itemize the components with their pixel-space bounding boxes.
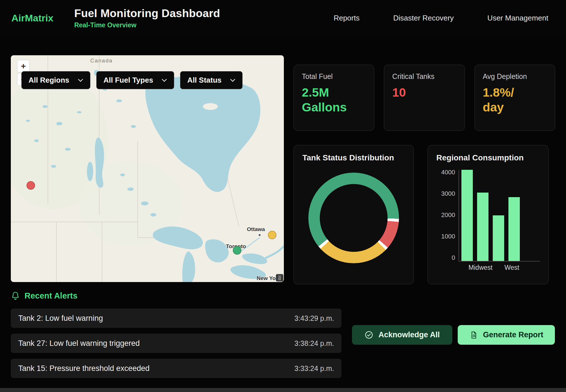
grid-dots-icon: ⣿ [278,275,281,280]
chevron-down-icon [162,79,167,82]
stat-card-total-fuel: Total Fuel 2.5MGallons [294,65,374,131]
bell-icon [11,291,20,301]
tank-map[interactable]: + − All Regions All Fuel Types All Statu… [11,55,284,282]
x-tick [490,264,502,271]
regions-filter-value: All Regions [28,76,69,85]
chart-title: Tank Status Distribution [302,153,405,162]
chevron-down-icon [78,79,83,82]
y-axis: 4000 3000 2000 1000 0 [436,170,459,262]
nav-item-reports[interactable]: Reports [334,14,360,23]
alert-timestamp: 3:43:29 p.m. [294,314,334,322]
consumption-bar [508,197,520,261]
regional-consumption-card: Regional Consumption 4000 3000 2000 1000… [427,145,549,284]
stat-value: 10 [392,85,456,100]
main-nav: Reports Disaster Recovery User Managemen… [334,14,548,23]
stat-label: Critical Tanks [392,72,456,81]
map-label-canada: Canada [90,58,113,64]
stat-label: Avg Depletion [483,72,547,81]
alert-timestamp: 3:38:24 p.m. [294,339,334,348]
document-icon [469,331,478,339]
generate-report-button[interactable]: Generate Report [458,325,555,345]
tank-marker-warning[interactable] [268,231,276,239]
status-filter-dropdown[interactable]: All Status [180,71,243,89]
tank-marker-critical[interactable] [27,181,35,190]
title-block: Fuel Monitoring Dashboard Real-Time Over… [74,7,220,29]
alerts-title: Recent Alerts [25,291,78,301]
alert-row[interactable]: Tank 2: Low fuel warning 3:43:29 p.m. [11,309,341,328]
plot-area [459,170,540,262]
page-title: Fuel Monitoring Dashboard [74,7,220,20]
nav-item-disaster-recovery[interactable]: Disaster Recovery [393,14,454,23]
footer-bar [0,388,566,392]
regional-consumption-bar-chart[interactable]: 4000 3000 2000 1000 0 [436,170,540,262]
app-header: AirMatrix Fuel Monitoring Dashboard Real… [0,0,566,36]
nav-item-user-management[interactable]: User Management [487,14,548,23]
alert-message: Tank 2: Low fuel warning [18,314,103,323]
x-tick: Midwest [475,264,486,271]
map-label-ottawa: Ottawa [247,226,265,232]
zoom-in-button[interactable]: + [17,60,30,72]
consumption-bar [493,215,504,261]
chart-title: Regional Consumption [436,153,540,162]
map-attribution-toggle[interactable]: ⣿ [276,274,283,281]
check-circle-icon [365,330,373,339]
y-tick: 1000 [441,233,455,240]
x-axis: Midwest West [459,262,540,271]
acknowledge-all-button[interactable]: Acknowledge All [352,325,452,345]
map-filters: All Regions All Fuel Types All Status [21,71,243,89]
stat-value: 1.8%/day [483,85,547,115]
stat-card-critical-tanks: Critical Tanks 10 [384,65,465,131]
stats-row: Total Fuel 2.5MGallons Critical Tanks 10… [294,65,555,131]
alert-row[interactable]: Tank 15: Pressure threshold exceeded 3:3… [11,359,341,378]
consumption-bar [461,170,473,261]
fuel-types-filter-value: All Fuel Types [103,76,153,85]
generate-report-label: Generate Report [483,330,543,339]
y-tick: 0 [452,255,455,261]
page-subtitle: Real-Time Overview [74,21,220,29]
alert-row[interactable]: Tank 27: Low fuel warning triggered 3:38… [11,334,341,353]
consumption-bar [477,193,488,261]
x-tick: West [506,264,518,271]
brand-logo[interactable]: AirMatrix [11,13,53,24]
stat-card-avg-depletion: Avg Depletion 1.8%/day [475,65,555,131]
tank-marker-normal[interactable] [233,246,241,255]
donut-hole [320,184,388,252]
stat-label: Total Fuel [302,72,366,81]
alert-message: Tank 15: Pressure threshold exceeded [18,364,150,373]
fuel-types-filter-dropdown[interactable]: All Fuel Types [96,71,174,89]
alert-timestamp: 3:33:24 p.m. [294,364,334,373]
y-tick: 3000 [441,191,455,197]
alerts-heading: Recent Alerts [11,291,78,301]
chevron-down-icon [230,79,235,82]
tank-status-card: Tank Status Distribution [294,145,414,284]
acknowledge-all-label: Acknowledge All [378,330,440,339]
y-tick: 2000 [441,212,455,218]
regions-filter-dropdown[interactable]: All Regions [21,71,90,89]
stat-value: 2.5MGallons [302,85,366,115]
y-tick: 4000 [441,169,455,175]
status-filter-value: All Status [187,76,221,85]
tank-status-donut-area[interactable] [308,173,399,263]
alert-message: Tank 27: Low fuel warning triggered [18,339,140,348]
